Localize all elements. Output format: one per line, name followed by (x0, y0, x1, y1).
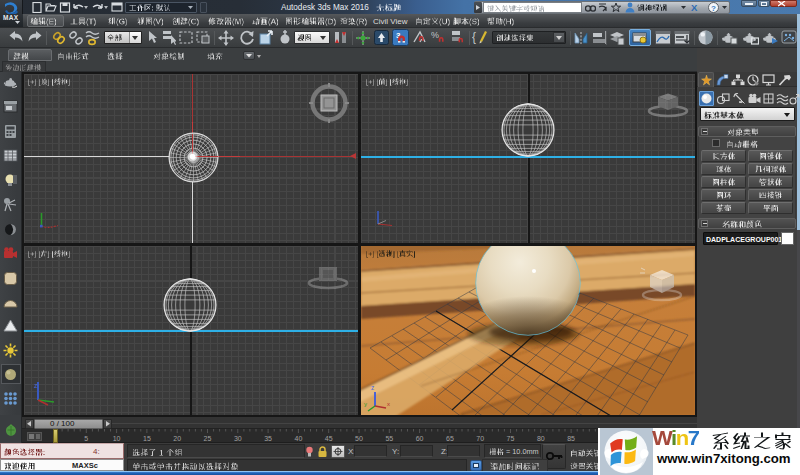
svg-text:y: y (364, 401, 367, 407)
svg-text:45: 45 (325, 435, 333, 442)
svg-text:10: 10 (113, 435, 121, 442)
svg-text:30: 30 (234, 435, 242, 442)
svg-text:80: 80 (537, 435, 545, 442)
svg-text:50: 50 (355, 435, 363, 442)
svg-text:15: 15 (143, 435, 151, 442)
svg-text:z: z (371, 384, 374, 391)
svg-text:35: 35 (264, 435, 272, 442)
svg-text:55: 55 (385, 435, 393, 442)
svg-text:z: z (34, 382, 38, 389)
svg-text:20: 20 (173, 435, 181, 442)
svg-text:70: 70 (476, 435, 484, 442)
svg-text:65: 65 (446, 435, 454, 442)
svg-text:85: 85 (567, 435, 575, 442)
svg-text:%: % (431, 30, 439, 40)
svg-text:5: 5 (84, 435, 88, 442)
svg-text:x: x (387, 401, 390, 407)
svg-text:{: { (472, 30, 476, 44)
svg-text:?: ? (711, 4, 716, 13)
svg-text:60: 60 (416, 435, 424, 442)
svg-text:75: 75 (507, 435, 515, 442)
svg-text:40: 40 (295, 435, 303, 442)
svg-text:25: 25 (204, 435, 212, 442)
